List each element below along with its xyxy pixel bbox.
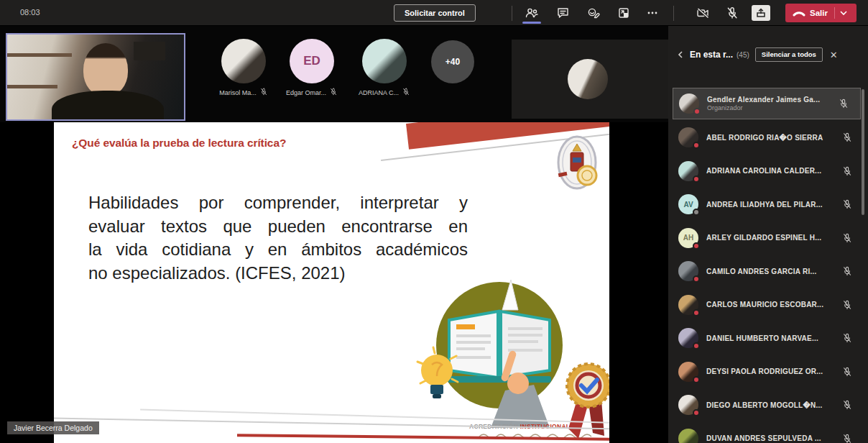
muted-mic-icon[interactable] <box>842 166 852 176</box>
overflow-avatar[interactable]: +40 <box>410 33 496 88</box>
muted-mic-icon <box>402 88 410 97</box>
participant-row[interactable]: AHARLEY GILDARDO ESPINEL H... <box>668 221 864 255</box>
muted-mic-icon[interactable] <box>842 233 852 243</box>
participant-name: CARLOS MAURICIO ESCOBAR... <box>706 301 838 309</box>
close-panel-icon[interactable]: ✕ <box>830 50 838 60</box>
overflow-count: +40 <box>431 40 474 83</box>
participant-name: ARLEY GILDARDO ESPINEL H... <box>706 234 838 242</box>
muted-mic-icon[interactable] <box>842 400 852 410</box>
participant-avatar <box>568 59 608 99</box>
leave-button-label: Salir <box>810 9 828 17</box>
participant-name: ADRIANA CAROLINA CALDER... <box>706 167 838 175</box>
participant-avatar <box>678 127 698 147</box>
participant-name: DUVAN ANDRES SEPULVEDA ... <box>706 434 838 442</box>
slide-body-line: no especializados. (ICFES, 2021) <box>88 262 468 286</box>
presence-dot <box>693 376 700 383</box>
participant-row[interactable]: DUVAN ANDRES SEPULVEDA ... <box>668 422 864 443</box>
avatar <box>362 39 407 83</box>
presence-dot <box>693 209 700 216</box>
muted-mic-icon[interactable] <box>842 434 852 443</box>
accreditation-badge <box>564 358 609 443</box>
participant-count: (45) <box>737 51 749 59</box>
participant-avatar <box>678 161 698 181</box>
background-books <box>134 42 165 60</box>
scrollbar-thumb[interactable] <box>862 89 864 215</box>
participant-row[interactable]: DANIEL HUMBERTO NARVAE... <box>668 321 864 355</box>
participant-avatar <box>679 93 699 114</box>
muted-mic-icon <box>259 88 268 97</box>
presence-dot <box>693 108 701 115</box>
back-chevron-icon[interactable] <box>677 50 684 59</box>
presenter-name-label: Javier Becerra Delgado <box>7 421 99 434</box>
breakout-rooms-icon[interactable] <box>614 5 633 21</box>
muted-mic-icon[interactable] <box>842 367 852 377</box>
avatar <box>221 39 266 83</box>
self-video-person <box>52 91 164 121</box>
leave-button[interactable]: Salir <box>785 4 857 22</box>
slide-body-text: Habilidades por comprender, interpretar … <box>88 191 468 285</box>
presence-dot <box>693 342 700 350</box>
meeting-timer: 08:03 <box>20 8 40 17</box>
more-icon[interactable] <box>643 5 662 21</box>
participant-avatar <box>678 295 698 315</box>
slide-body-line: evaluar textos que pueden encontrarse en <box>88 215 468 239</box>
participant-video-tile[interactable] <box>512 40 668 119</box>
active-tab-indicator <box>522 22 541 24</box>
muted-mic-icon[interactable] <box>842 132 852 142</box>
participant-name: DEYSI PAOLA RODRIGUEZ OR... <box>706 367 838 375</box>
present-icon[interactable] <box>752 5 770 21</box>
panel-title: En esta r... <box>690 50 733 60</box>
muted-mic-icon[interactable] <box>842 266 852 276</box>
muted-mic-icon[interactable] <box>842 300 852 310</box>
participants-list: Gendler Alexander Jaimes Ga...Organizado… <box>668 88 864 443</box>
participant-name: ANDREA ILIADHYA DEL PILAR... <box>706 201 838 209</box>
participant-avatar <box>678 328 698 348</box>
reactions-icon[interactable] <box>584 5 603 21</box>
request-control-button[interactable]: Solicitar control <box>394 4 476 22</box>
muted-mic-icon[interactable] <box>842 199 852 209</box>
chat-icon[interactable] <box>553 5 572 21</box>
participant-name: DANIEL HUMBERTO NARVAE... <box>706 334 838 342</box>
participant-row[interactable]: DEYSI PAOLA RODRIGUEZ OR... <box>668 355 864 389</box>
slide-body-line: Habilidades por comprender, interpretar … <box>88 191 468 215</box>
camera-off-icon[interactable] <box>693 5 712 21</box>
participant-row[interactable]: Gendler Alexander Jaimes Ga...Organizado… <box>673 88 861 119</box>
university-crest <box>555 134 604 194</box>
self-video-tile[interactable] <box>6 33 185 121</box>
participant-avatar <box>678 395 698 415</box>
participant-row[interactable]: DIEGO ALBERTO MOGOLL�N... <box>668 388 864 422</box>
participant-row[interactable]: AVANDREA ILIADHYA DEL PILAR... <box>668 188 864 221</box>
muted-mic-icon[interactable] <box>839 99 849 109</box>
background-shelf <box>7 85 57 88</box>
participant-avatar <box>678 261 698 281</box>
leave-button-divider <box>834 7 835 19</box>
chevron-down-icon[interactable] <box>839 9 848 17</box>
screen-share-stage: ¿Qué evalúa la prueba de lectura crítica… <box>0 122 668 443</box>
participant-row[interactable]: CARLOS MAURICIO ESCOBAR... <box>668 288 864 322</box>
participant-row[interactable]: ABEL RODRIGO RIA�O SIERRA <box>668 121 864 155</box>
presence-dot <box>693 242 700 250</box>
presence-dot <box>693 175 700 183</box>
participant-name: CAMILO ANDRES GARCIA RI... <box>706 268 838 275</box>
muted-mic-icon[interactable] <box>842 333 852 343</box>
participant-name: Gendler Alexander Jaimes Ga... <box>707 96 834 104</box>
participants-panel-header: En esta r... (45) Silenciar a todos ✕ <box>668 45 868 65</box>
participants-icon[interactable] <box>522 5 541 21</box>
mic-off-icon[interactable] <box>723 5 742 21</box>
participant-avatar <box>678 362 698 382</box>
mute-all-button[interactable]: Silenciar a todos <box>755 47 823 62</box>
participant-name: DIEGO ALBERTO MOGOLL�N... <box>706 401 838 409</box>
participant-row[interactable]: CAMILO ANDRES GARCIA RI... <box>668 255 864 288</box>
presence-dot <box>693 409 700 416</box>
background-shelf <box>7 53 72 57</box>
participant-avatar <box>678 429 698 443</box>
avatar: ED <box>290 39 334 83</box>
muted-mic-icon <box>329 88 338 97</box>
toolbar-divider <box>673 6 674 21</box>
teams-meeting-window: 08:03 Solicitar control Salir Marisol Ma… <box>0 0 868 443</box>
presence-dot <box>693 275 700 283</box>
presence-dot <box>693 142 700 149</box>
participants-panel: En esta r... (45) Silenciar a todos ✕ Ge… <box>668 26 868 443</box>
meeting-toolbar: 08:03 Solicitar control Salir <box>0 0 868 26</box>
participant-row[interactable]: ADRIANA CAROLINA CALDER... <box>668 155 864 188</box>
